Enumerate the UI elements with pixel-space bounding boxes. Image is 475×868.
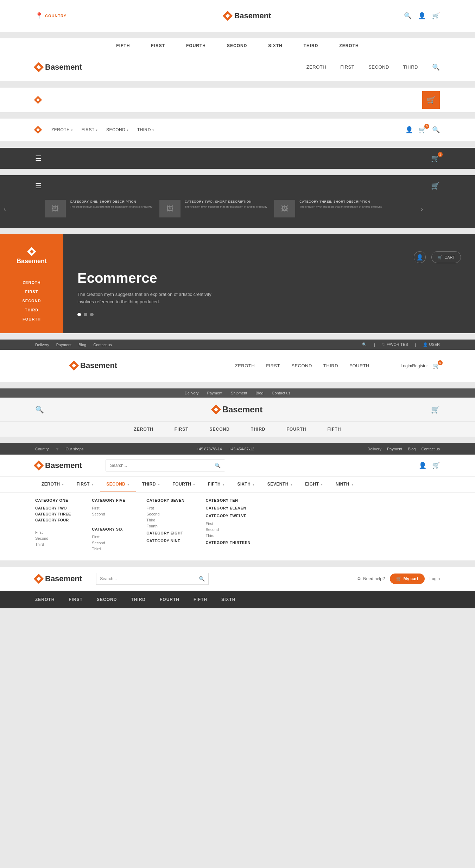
cat-twelve-third[interactable]: Third [205,533,250,538]
nav8-fourth[interactable]: FOURTH [349,363,369,368]
nav2-second[interactable]: SECOND [368,64,389,70]
sidebar-second[interactable]: SECOND [22,299,41,303]
country-selector[interactable]: 📍 COUNTRY [35,12,91,20]
hamburger-icon-5[interactable]: ☰ [35,154,42,163]
payment-10[interactable]: Payment [387,447,402,451]
hamburger-icon-6[interactable]: ☰ [35,182,42,190]
nav10-third[interactable]: THIRD ▾ [136,477,166,492]
topbar-shipment-9[interactable]: Shipment [231,391,247,395]
cat-seven-third[interactable]: Third [146,518,184,522]
mycart-button-11[interactable]: 🛒 My cart [390,574,425,584]
cart-badge-8[interactable]: 🛒 0 [433,362,440,369]
nav10-sixth[interactable]: SIXTH ▾ [231,477,261,492]
next-arrow[interactable]: › [417,205,427,213]
nav-item-third[interactable]: THIRD [304,43,318,48]
cat-twelve-second[interactable]: Second [205,527,250,532]
sidebar-third[interactable]: THIRD [25,308,39,312]
nav8-second[interactable]: SECOND [291,363,312,368]
cat-six-first[interactable]: First [92,535,125,539]
nav-item-sixth[interactable]: SIXTH [268,43,282,48]
nav8-zeroth[interactable]: ZEROTH [235,363,255,368]
nav10-ninth[interactable]: NINTH ▾ [329,477,360,492]
topbar-delivery-9[interactable]: Delivery [185,391,199,395]
topbar-contact-9[interactable]: Contact us [272,391,291,395]
cart-button-orange[interactable]: 🛒 [422,91,440,109]
user-icon-10[interactable]: 👤 [419,462,426,469]
nav9-fifth[interactable]: FIFTH [328,427,341,432]
contact-10[interactable]: Contact us [421,447,440,451]
nav4-third[interactable]: THIRD ▾ [137,127,154,132]
nav10-fourth[interactable]: FOURTH ▾ [166,477,201,492]
cart-badge-4[interactable]: 🛒 0 [419,126,426,134]
nav4-zeroth[interactable]: ZEROTH ▾ [51,127,73,132]
nav10-seventh[interactable]: SEVENTH ▾ [261,477,299,492]
nav9-third[interactable]: THIRD [251,427,266,432]
topbar-country-10[interactable]: Country [35,447,49,451]
nav11-fifth[interactable]: FIFTH [194,597,207,602]
search-box-11[interactable]: 🔍 [96,573,209,585]
nav2-first[interactable]: FIRST [340,64,354,70]
cat-seven-fourth[interactable]: Fourth [146,524,184,528]
nav9-zeroth[interactable]: ZEROTH [134,427,153,432]
nav2-third[interactable]: THIRD [403,64,418,70]
nav2-zeroth[interactable]: ZEROTH [306,64,326,70]
search-icon-2[interactable]: 🔍 [432,63,440,71]
help-link-11[interactable]: ⚙ Need help? [357,576,385,581]
sidebar-first[interactable]: FIRST [25,290,38,294]
cart-button-7[interactable]: 🛒 CART [431,251,461,263]
cat-two-link[interactable]: CATEGORY TWO [35,506,71,510]
nav-item-fifth[interactable]: FIFTH [116,43,130,48]
topbar-blog-8[interactable]: Blog [78,343,86,347]
nav9-fourth[interactable]: FOURTH [287,427,306,432]
sidebar-fourth[interactable]: FOURTH [23,317,41,321]
search-icon-4[interactable]: 🔍 [432,126,440,134]
dot-3[interactable] [90,313,94,316]
topbar-delivery-8[interactable]: Delivery [35,343,49,347]
prev-arrow[interactable]: ‹ [0,205,10,213]
search-icon-10[interactable]: 🔍 [215,463,221,468]
nav10-zeroth[interactable]: ZEROTH ▾ [35,477,70,492]
cat-sub-third-1[interactable]: Third [35,542,71,546]
cart-icon[interactable]: 🛒 [432,12,440,20]
topbar-shops-10[interactable]: Our shops [66,447,84,451]
user-icon-7[interactable]: 👤 [414,251,426,263]
cat-six-second[interactable]: Second [92,541,125,545]
user-icon-4[interactable]: 👤 [405,126,413,134]
cat-seven-first[interactable]: First [146,506,184,510]
sidebar-zeroth[interactable]: ZEROTH [23,280,40,285]
search-icon-11[interactable]: 🔍 [199,576,205,582]
nav10-second[interactable]: SECOND ▾ [100,477,136,492]
cat-five-first[interactable]: First [92,506,125,510]
nav11-third[interactable]: THIRD [131,597,146,602]
login-register-8[interactable]: Login/Register [401,363,428,368]
search-box-10[interactable]: 🔍 [106,460,225,471]
topbar-payment-8[interactable]: Payment [56,343,71,347]
nav8-third[interactable]: THIRD [323,363,338,368]
nav10-fifth[interactable]: FIFTH ▾ [202,477,231,492]
topbar-blog-9[interactable]: Blog [256,391,264,395]
cat-sub-second-1[interactable]: Second [35,536,71,540]
cat-four-link[interactable]: CATEGORY FOUR [35,518,71,522]
nav9-second[interactable]: SECOND [210,427,230,432]
nav4-first[interactable]: FIRST ▾ [82,127,98,132]
nav-item-second[interactable]: SECOND [227,43,247,48]
cart-icon-9[interactable]: 🛒 [431,405,440,414]
search-input-11[interactable] [100,576,196,581]
user-8[interactable]: 👤 USER [423,342,440,347]
blog-10[interactable]: Blog [408,447,416,451]
cat-sub-first-1[interactable]: First [35,530,71,534]
cart-icon-10[interactable]: 🛒 [432,462,440,469]
nav10-eight[interactable]: EIGHT ▾ [299,477,329,492]
cat-five-second[interactable]: Second [92,512,125,516]
dot-2[interactable] [84,313,87,316]
cat-three-link[interactable]: CATEGORY THREE [35,512,71,516]
search-icon-8[interactable]: 🔍 [362,342,367,347]
search-input-10[interactable] [110,463,212,468]
cat-twelve-first[interactable]: First [205,521,250,526]
nav-item-zeroth[interactable]: ZEROTH [339,43,359,48]
cat-six-third[interactable]: Third [92,547,125,551]
delivery-10[interactable]: Delivery [367,447,381,451]
nav8-first[interactable]: FIRST [266,363,280,368]
user-icon[interactable]: 👤 [418,12,426,20]
nav11-first[interactable]: FIRST [69,597,83,602]
